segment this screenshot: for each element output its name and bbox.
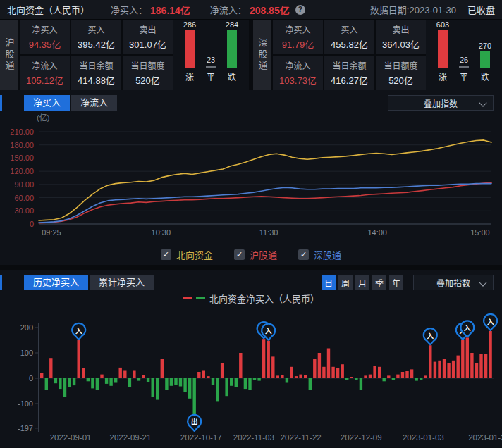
history-bar	[304, 375, 307, 378]
history-bar	[290, 367, 293, 378]
count-value: 603	[436, 20, 449, 29]
stat-cell: 净买入94.35亿	[20, 20, 70, 54]
count-value: 286	[183, 20, 196, 29]
down-count-column: 270跌	[477, 42, 494, 82]
history-bar	[239, 353, 242, 378]
stat-grid: 净买入94.35亿买入395.42亿卖出301.07亿净流入105.12亿当日余…	[18, 20, 173, 90]
svg-text:入: 入	[75, 327, 82, 335]
y-tick-label: -100	[18, 399, 33, 408]
history-bar	[322, 367, 325, 378]
history-bar	[114, 378, 117, 383]
checkbox-hugutong[interactable]: ✓沪股通	[234, 248, 277, 261]
intraday-tabrow: 净买入净流入 叠加指数	[0, 90, 502, 111]
history-bar	[170, 378, 173, 386]
history-bar	[271, 356, 274, 378]
history-bar	[100, 375, 103, 378]
tab-cumulative-net-buy[interactable]: 累计净买入	[90, 275, 154, 290]
series-line	[39, 182, 491, 223]
count-label: 涨	[185, 70, 194, 82]
period-year[interactable]: 年	[389, 275, 403, 290]
overlay-index-label: 叠加指数	[436, 277, 470, 289]
flat-count-column: 26平	[455, 56, 472, 82]
stat-label: 卖出	[392, 23, 409, 35]
history-bar	[401, 372, 404, 378]
stat-value: 414.88亿	[78, 73, 115, 87]
data-date: 数据日期:2023-01-30	[370, 3, 456, 16]
history-bar	[137, 378, 140, 381]
svg-text:入: 入	[264, 327, 272, 335]
history-bar	[286, 378, 288, 383]
question-mark-icon[interactable]: ?	[295, 5, 305, 15]
stat-value: 103.73亿	[279, 73, 317, 87]
history-bar	[309, 378, 312, 390]
svg-text:入: 入	[463, 324, 471, 332]
history-bar	[392, 378, 395, 380]
stat-label: 当日额度	[130, 59, 164, 71]
history-bar	[257, 378, 260, 381]
history-bar	[438, 361, 441, 378]
series-line	[39, 140, 491, 220]
y-tick-label: -197	[18, 424, 33, 433]
x-tick-label: 2023-01-03	[403, 433, 444, 442]
stat-value: 455.82亿	[331, 37, 368, 51]
history-bar	[313, 359, 316, 378]
overlay-index-select[interactable]: 叠加指数	[388, 95, 494, 111]
overlay-index-select-2[interactable]: 叠加指数	[413, 275, 494, 290]
net-flow-value: 208.85亿	[250, 3, 290, 17]
intraday-tabs: 净买入净流入	[24, 95, 118, 111]
history-bar	[489, 331, 491, 378]
net-flow-label: 净流入：	[210, 3, 247, 16]
intraday-line-chart[interactable]: 210.00180.00150.00120.0090.0060.0030.000…	[0, 121, 502, 241]
history-bar	[420, 378, 422, 380]
stat-label: 卖出	[139, 23, 156, 35]
series-checkbox-row: ✓北向资金✓沪股通✓深股通	[0, 244, 502, 265]
tab-net-flow[interactable]: 净流入	[71, 95, 117, 111]
history-bar	[387, 375, 390, 378]
market-status-badge: 已收盘	[467, 3, 495, 16]
history-bar	[174, 378, 177, 385]
header: 北向资金（人民币） 净买入： 186.14亿 净流入： 208.85亿 ? 数据…	[0, 0, 502, 20]
history-bar	[207, 376, 209, 378]
y-tick-label: 60.00	[14, 194, 34, 202]
history-bar	[73, 378, 75, 385]
history-bar-chart[interactable]: 2001000-100-197入入入入入入入出2022-09-012022-09…	[0, 305, 502, 444]
panel-hugutong-label: 沪股通	[0, 20, 18, 90]
history-bar	[331, 367, 334, 378]
count-label: 平	[207, 70, 215, 82]
count-value: 284	[226, 20, 238, 29]
history-bar	[244, 378, 247, 389]
tab-history-net-buy[interactable]: 历史净买入	[24, 275, 88, 290]
history-bar	[179, 378, 182, 387]
x-tick-label: 2022-10-17	[180, 433, 222, 442]
history-bar	[87, 378, 90, 381]
svg-text:出: 出	[191, 418, 198, 425]
stat-cell: 净买入91.79亿	[273, 20, 323, 54]
checkbox-northbound[interactable]: ✓北向资金	[161, 248, 213, 261]
history-bar	[443, 359, 446, 378]
tab-net-buy[interactable]: 净买入	[24, 95, 70, 111]
period-month[interactable]: 月	[355, 275, 369, 290]
history-bar	[161, 359, 164, 378]
history-bar	[68, 378, 71, 387]
y-tick-label: 200	[20, 323, 33, 332]
stat-cell: 当日额度520亿	[123, 56, 173, 90]
y-tick-label: 0	[30, 220, 34, 228]
stat-value: 416.27亿	[331, 73, 368, 87]
history-bar	[350, 377, 353, 378]
y-tick-label: 210.00	[10, 127, 34, 136]
stat-value: 395.42亿	[78, 37, 115, 51]
stat-value: 520亿	[135, 73, 160, 87]
history-bar	[276, 375, 279, 378]
panel-shengutong-label: 深股通	[253, 20, 271, 90]
period-week[interactable]: 周	[338, 275, 353, 290]
history-bar	[341, 364, 344, 378]
count-label: 跌	[228, 70, 236, 82]
history-bar	[225, 378, 228, 396]
checkbox-shengutong[interactable]: ✓深股通	[298, 248, 341, 261]
history-bar	[152, 378, 154, 397]
history-bar	[470, 353, 473, 378]
period-quarter[interactable]: 季	[372, 275, 386, 290]
period-day[interactable]: 日	[322, 275, 336, 290]
history-bar	[327, 349, 330, 379]
stat-cell: 买入395.42亿	[71, 20, 121, 54]
